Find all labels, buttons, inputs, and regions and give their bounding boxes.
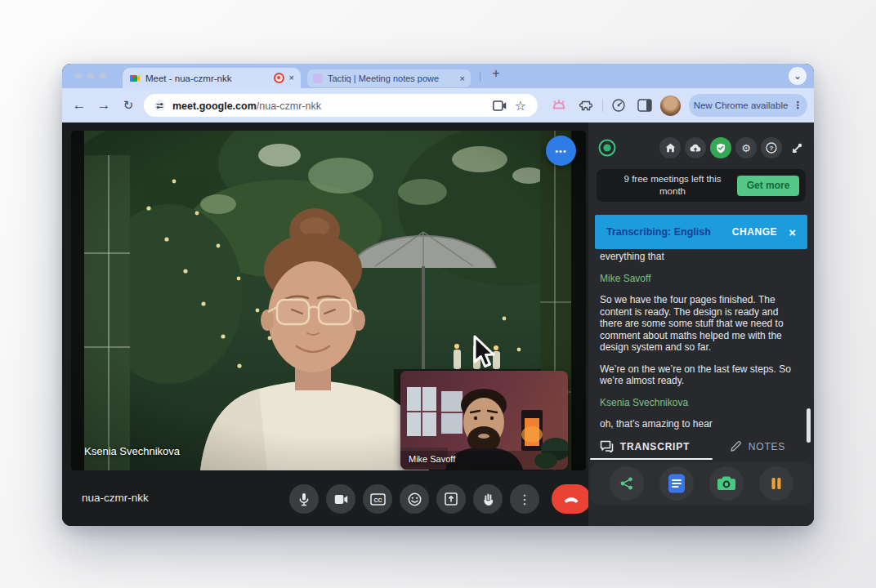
new-tab-button[interactable]: +: [487, 66, 505, 81]
meeting-code: nua-czmr-nkk: [82, 492, 149, 504]
tab-meet[interactable]: Meet - nua-czmr-nkk ×: [123, 68, 301, 88]
browser-toolbar: ← → ↻ meet.google.com/nua-czmr-nkk ☆: [62, 88, 814, 122]
side-panel-icon[interactable]: [637, 99, 652, 112]
performance-icon[interactable]: [611, 98, 626, 113]
get-more-button[interactable]: Get more: [737, 176, 799, 196]
share-button[interactable]: [610, 466, 644, 501]
transcript-text: oh, that’s amazing to hear: [600, 418, 801, 430]
svg-text:CC: CC: [373, 497, 382, 502]
captions-button[interactable]: CC: [363, 484, 392, 514]
privacy-shield-icon[interactable]: [710, 137, 731, 158]
more-vertical-icon[interactable]: ⋮: [793, 100, 802, 111]
screenshot-camera-button[interactable]: [709, 466, 744, 501]
transcribing-label: Transcribing: English: [606, 226, 721, 238]
forward-icon[interactable]: →: [92, 97, 116, 114]
chat-bubble-overlay[interactable]: •••: [546, 136, 576, 166]
url-path: /nua-czmr-nkk: [257, 100, 321, 112]
quota-card: 9 free meetings left this month Get more: [597, 169, 806, 202]
tab-title: Meet - nua-czmr-nkk: [145, 74, 269, 83]
tactiq-extension-icon[interactable]: [551, 97, 567, 114]
pencil-icon: [730, 440, 742, 452]
tactiq-header: ⚙ ?: [598, 134, 807, 162]
tab-capture-icon[interactable]: [493, 100, 507, 111]
close-tab-icon[interactable]: ×: [289, 74, 294, 82]
active-tab-underline: [590, 458, 713, 460]
meet-favicon: [129, 73, 141, 84]
pip-video-tile[interactable]: Mike Savoff: [400, 371, 568, 470]
google-docs-button[interactable]: [659, 466, 694, 501]
more-options-button[interactable]: ⋮: [510, 484, 539, 514]
home-icon[interactable]: [659, 137, 681, 158]
url-host: meet.google.com: [172, 100, 257, 112]
main-video-tile[interactable]: •••: [71, 131, 586, 470]
extensions-puzzle-icon[interactable]: [579, 98, 594, 114]
settings-gear-icon[interactable]: ⚙: [735, 137, 757, 158]
upload-cloud-icon[interactable]: [685, 137, 706, 158]
hang-up-button[interactable]: [552, 484, 591, 514]
transcript-speaker: Mike Savoff: [600, 273, 801, 285]
svg-text:?: ?: [770, 145, 774, 152]
bookmark-star-icon[interactable]: ☆: [513, 98, 528, 114]
desktop: { "icons": { "back": "←", "forward": "→"…: [0, 0, 876, 588]
reload-icon[interactable]: ↻: [116, 98, 141, 113]
browser-window: Meet - nua-czmr-nkk × Tactiq | Meeting n…: [62, 64, 814, 526]
transcript-text: We’re on the we’re on the last few steps…: [600, 363, 801, 387]
tab-label: NOTES: [749, 441, 785, 452]
transcript-speaker: Ksenia Svechnikova: [600, 397, 801, 409]
tab-label: TRANSCRIPT: [620, 441, 690, 452]
panel-tabs: TRANSCRIPT NOTES: [588, 435, 814, 457]
chrome-update-button[interactable]: New Chrome available ⋮: [689, 94, 807, 117]
divider: [480, 72, 480, 82]
main-participant-name: Ksenia Svechnikova: [84, 445, 180, 457]
profile-avatar[interactable]: [660, 96, 681, 116]
back-icon[interactable]: ←: [67, 97, 92, 114]
pin-panel-icon[interactable]: [786, 137, 807, 158]
meet-content: •••: [62, 122, 814, 526]
quota-text: 9 free meetings left this month: [608, 173, 737, 198]
window-controls[interactable]: [75, 73, 106, 79]
close-banner-icon[interactable]: ×: [789, 225, 796, 239]
update-label: New Chrome available: [694, 100, 789, 110]
tab-strip: Meet - nua-czmr-nkk × Tactiq | Meeting n…: [62, 64, 814, 88]
emoji-button[interactable]: [400, 484, 429, 514]
tab-transcript[interactable]: TRANSCRIPT: [588, 435, 701, 457]
mic-button[interactable]: [289, 484, 319, 514]
tab-notes[interactable]: NOTES: [701, 435, 814, 457]
transcript-list[interactable]: everything that Mike Savoff So we have t…: [600, 251, 801, 433]
tab-search-icon[interactable]: ⌄: [789, 67, 807, 85]
present-button[interactable]: [436, 484, 466, 514]
tactiq-favicon: [313, 74, 323, 83]
site-settings-icon[interactable]: [154, 100, 166, 112]
recording-indicator-icon: [274, 73, 284, 83]
transcript-text: everything that: [600, 251, 801, 263]
transcript-text: So we have the four pages finished. The …: [600, 294, 801, 354]
pause-recording-button[interactable]: [759, 466, 793, 501]
close-tab-icon[interactable]: ×: [460, 74, 465, 83]
tab-tactiq[interactable]: Tactiq | Meeting notes powe ×: [307, 69, 471, 87]
pip-participant-name: Mike Savoff: [409, 454, 455, 464]
camera-button[interactable]: [326, 484, 355, 514]
change-language-button[interactable]: CHANGE: [732, 226, 778, 238]
tactiq-logo-icon: [598, 139, 616, 157]
raise-hand-button[interactable]: [473, 484, 503, 514]
tab-title: Tactiq | Meeting notes powe: [328, 74, 455, 83]
transcribing-banner: Transcribing: English CHANGE ×: [595, 215, 807, 249]
meet-controls: CC ⋮: [289, 484, 591, 514]
chat-icon: [600, 440, 614, 452]
tactiq-panel: ⚙ ? 9 free meetings left this month Get …: [588, 122, 814, 526]
tactiq-action-bar: [590, 462, 812, 505]
help-icon[interactable]: ?: [761, 137, 782, 158]
address-bar[interactable]: meet.google.com/nua-czmr-nkk ☆: [144, 94, 538, 117]
